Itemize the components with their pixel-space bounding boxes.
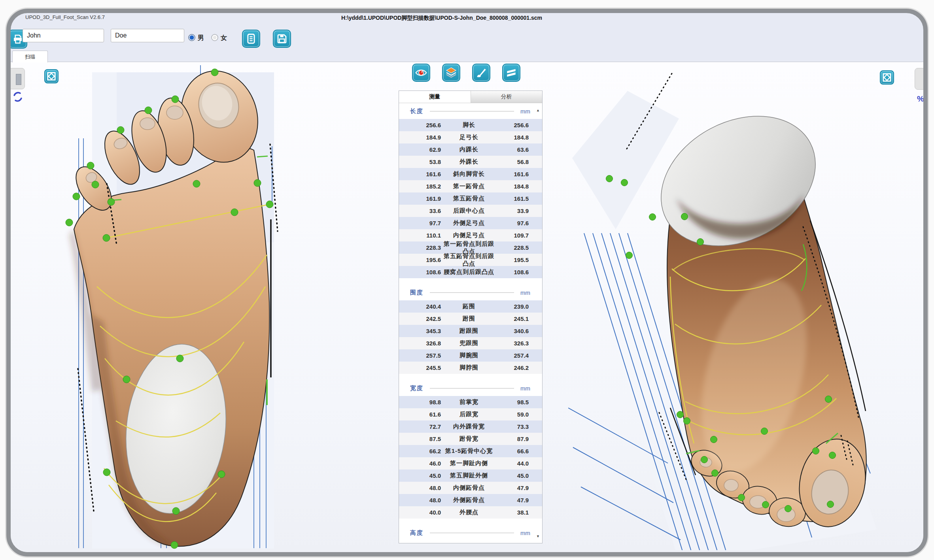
measure-row[interactable]: 257.5脚腕围257.4 [399, 349, 542, 362]
record-button[interactable] [242, 30, 260, 48]
measure-row[interactable]: 242.5跗围245.1 [399, 313, 542, 325]
section-unit: mm [520, 385, 530, 392]
measure-row[interactable]: 61.6后跟宽59.0 [399, 408, 542, 420]
measure-row[interactable]: 326.8兜跟围326.3 [399, 337, 542, 349]
tab-analysis[interactable]: 分析 [471, 91, 543, 103]
measure-label: 腰窝点到后跟凸点 [441, 268, 497, 276]
measure-row[interactable]: 48.0内侧跖骨点47.9 [399, 482, 542, 494]
fit-view-left-button[interactable] [44, 69, 59, 83]
measure-row[interactable]: 256.6脚长256.6 [399, 119, 542, 131]
printer-icon [12, 33, 24, 45]
measure-row[interactable]: 108.6腰窝点到后跟凸点108.6 [399, 266, 542, 278]
section-title: 长度 [410, 107, 424, 115]
measure-row[interactable]: 228.3第一跖骨点到后跟凸点228.5 [399, 241, 542, 254]
measure-row[interactable]: 240.4跖围239.0 [399, 300, 542, 313]
refresh-view-button[interactable] [12, 91, 23, 104]
value-right: 228.5 [497, 244, 529, 251]
measure-label: 第五跖骨点 [441, 195, 497, 202]
measure-row[interactable]: 40.0外腰点38.1 [399, 506, 542, 519]
measure-row[interactable]: 110.1内侧足弓点109.7 [399, 229, 542, 241]
value-right: 326.3 [497, 340, 529, 347]
measure-label: 外侧足弓点 [441, 219, 497, 227]
value-left: 108.6 [408, 269, 441, 275]
measure-row[interactable]: 46.0第一脚趾内侧44.0 [399, 457, 542, 469]
first-name-input[interactable] [23, 29, 104, 42]
scan-workspace: % [11, 62, 923, 552]
measurement-panel: 测量 分析 ▲ ▼ 长度mm256.6脚长256.6184.9足弓长184.86… [399, 91, 543, 543]
value-left: 326.8 [408, 340, 441, 347]
gender-female-radio[interactable] [211, 34, 218, 41]
measure-label: 后跟宽 [441, 411, 497, 418]
value-left: 33.6 [408, 207, 441, 214]
value-left: 48.0 [408, 497, 441, 503]
value-right: 63.6 [497, 146, 529, 153]
scroll-down-arrow[interactable]: ▼ [536, 534, 540, 538]
right-foot-view[interactable] [568, 63, 885, 550]
right-edge-button[interactable] [915, 68, 928, 90]
measure-row[interactable]: 161.6斜向脚背长161.6 [399, 168, 542, 180]
value-right: 246.2 [497, 364, 529, 371]
measure-label: 第1-5跖骨中心宽 [441, 447, 497, 455]
scroll-up-arrow[interactable]: ▲ [536, 108, 540, 112]
measure-row[interactable]: 33.6后跟中心点33.9 [399, 205, 542, 217]
mesh-layers-icon [445, 66, 458, 79]
measure-row[interactable]: 185.2第一跖骨点184.8 [399, 180, 542, 192]
gender-male-label: 男 [198, 34, 204, 42]
value-right: 38.1 [497, 509, 529, 516]
value-left: 257.5 [408, 352, 441, 359]
measure-row[interactable]: 184.9足弓长184.8 [399, 131, 542, 143]
gender-male-radio[interactable] [188, 34, 195, 41]
value-right: 47.9 [497, 497, 529, 503]
value-right: 239.0 [497, 303, 529, 310]
measure-row[interactable]: 45.0第五脚趾外侧45.0 [399, 469, 542, 482]
measure-row[interactable]: 87.5跗骨宽87.9 [399, 433, 542, 445]
visibility-button[interactable] [412, 64, 430, 82]
section-title: 高度 [410, 529, 424, 537]
measure-row[interactable]: 345.3跗跟围340.6 [399, 325, 542, 337]
value-left: 245.5 [408, 364, 441, 371]
value-right: 56.8 [497, 158, 529, 165]
save-button[interactable] [273, 30, 291, 48]
tab-scan[interactable]: 扫描 [12, 51, 48, 62]
value-left: 53.8 [408, 158, 441, 165]
measure-row[interactable]: 48.0外侧跖骨点47.9 [399, 494, 542, 506]
measure-row[interactable]: 66.2第1-5跖骨中心宽66.6 [399, 445, 542, 457]
texture-brush-button[interactable] [472, 64, 490, 82]
model-mesh-button[interactable] [442, 64, 460, 82]
compare-button[interactable] [502, 64, 520, 82]
last-name-input[interactable] [111, 29, 184, 42]
swap-arrows-icon [505, 66, 518, 79]
left-foot-view[interactable] [57, 65, 299, 551]
measure-row[interactable]: 97.7外侧足弓点97.6 [399, 217, 542, 229]
value-right: 45.0 [497, 472, 529, 479]
measure-row[interactable]: 62.9内踝长63.6 [399, 143, 542, 156]
measure-row[interactable]: 195.6第五跖骨点到后跟凸点195.5 [399, 254, 542, 266]
measure-label: 外踝长 [441, 158, 497, 166]
value-left: 345.3 [408, 328, 441, 334]
window-title: UPOD_3D_Full_Foot_Scan V2.6.7 [25, 14, 105, 20]
tab-analysis-label: 分析 [501, 93, 512, 100]
value-left: 240.4 [408, 303, 441, 310]
measure-row[interactable]: 72.7内外踝骨宽73.3 [399, 420, 542, 433]
value-left: 66.2 [408, 448, 441, 454]
measure-label: 第一脚趾内侧 [441, 460, 497, 467]
measure-row[interactable]: 98.8前掌宽98.5 [399, 396, 542, 408]
value-right: 97.6 [497, 220, 529, 226]
value-right: 59.0 [497, 411, 529, 418]
tab-measure[interactable]: 测量 [399, 91, 471, 103]
tab-measure-label: 测量 [429, 93, 440, 100]
measure-label: 足弓长 [441, 134, 497, 141]
value-right: 184.8 [497, 183, 529, 190]
measure-row[interactable]: 53.8外踝长56.8 [399, 156, 542, 168]
value-left: 195.6 [408, 256, 441, 263]
measure-row[interactable]: 245.5脚脖围246.2 [399, 362, 542, 374]
record-form-icon [245, 33, 257, 45]
left-edge-button[interactable] [7, 68, 25, 89]
value-left: 62.9 [408, 146, 441, 153]
measure-label: 内侧足弓点 [441, 232, 497, 239]
value-left: 48.0 [408, 485, 441, 491]
measure-row[interactable]: 161.9第五跖骨点161.5 [399, 192, 542, 205]
section-unit: mm [520, 530, 530, 536]
section-gap [399, 278, 542, 285]
zoom-percent-indicator: % [917, 94, 924, 104]
